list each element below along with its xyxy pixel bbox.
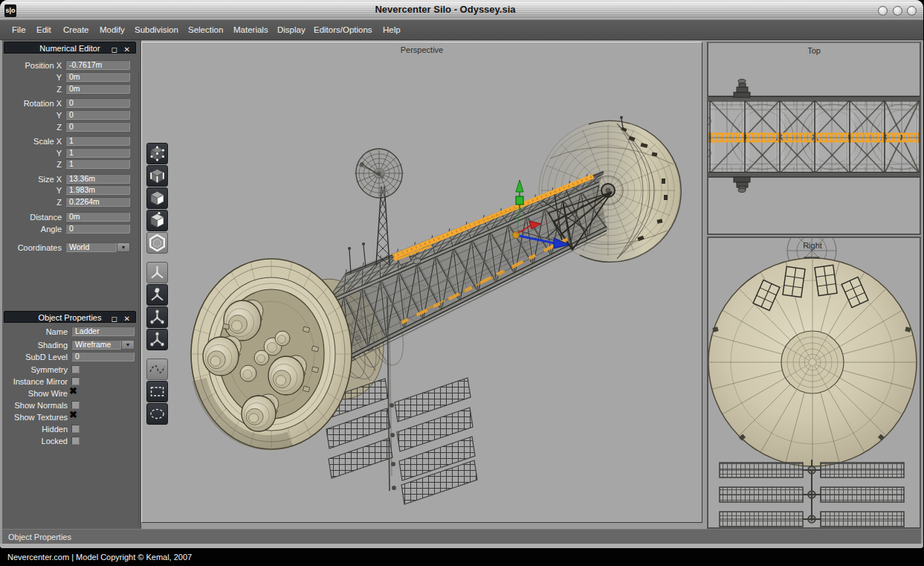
svg-text:Right: Right — [803, 241, 822, 250]
